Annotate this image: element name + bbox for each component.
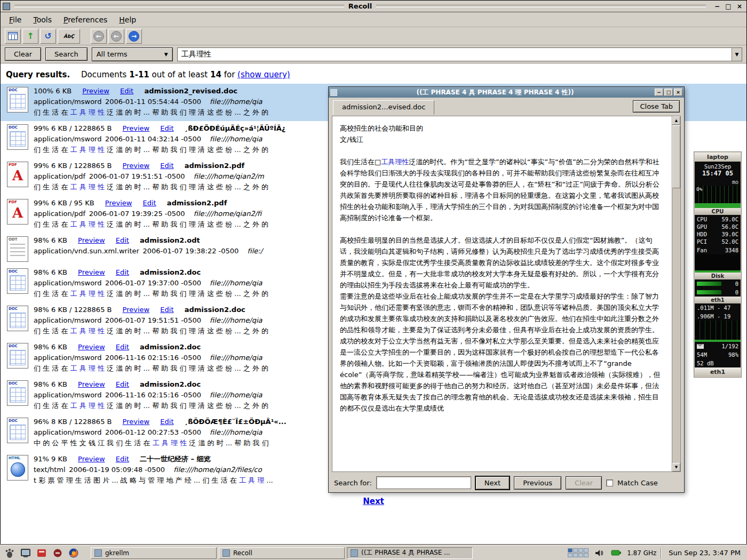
preview-link[interactable]: Preview bbox=[78, 380, 105, 388]
menu-tools[interactable]: Tools bbox=[28, 13, 57, 26]
main-titlebar[interactable]: Recoll − □ × bbox=[1, 1, 746, 12]
next-page-link[interactable]: Next bbox=[363, 497, 384, 506]
speaker-icon[interactable] bbox=[593, 547, 606, 559]
preview-paragraph: 高校招生的社会功能和目的 bbox=[340, 123, 664, 134]
mail-icon bbox=[697, 344, 704, 349]
search-button[interactable]: Search bbox=[45, 47, 88, 61]
sort-button[interactable]: ↑ bbox=[22, 29, 38, 44]
menubar: File Tools Preferences Help bbox=[1, 12, 746, 27]
close-icon[interactable]: × bbox=[735, 2, 744, 11]
nav-forward-button[interactable]: → bbox=[126, 29, 142, 44]
text-segment: 高校招生最明显的目的当然是选拔人才。但这选拔人才的目标却不仅仅是人们假定“因材施… bbox=[340, 236, 659, 289]
gkrellm-sensors: CPU59.0CGPU56.0CHDD39.0CPCI52.0C bbox=[695, 215, 741, 246]
history-button[interactable]: ↺ bbox=[40, 29, 56, 44]
terminal-icon[interactable] bbox=[19, 547, 32, 559]
result-mime-date: application/pdf 2006-01-07 19:51:51 -050… bbox=[34, 172, 185, 180]
nav-back2-button[interactable]: ← bbox=[108, 29, 124, 44]
sensor-value: 39.0C bbox=[721, 230, 738, 238]
preview-link[interactable]: Preview bbox=[123, 306, 150, 314]
gkrellm-cpu-chart: 0% bbox=[695, 186, 741, 208]
gkrellm-footer: eth1 bbox=[695, 367, 741, 377]
edit-link[interactable]: Edit bbox=[116, 380, 129, 388]
scroll-down-icon[interactable]: ▼ bbox=[672, 463, 680, 471]
text-segment: 们 生 活 在 bbox=[34, 402, 70, 410]
preview-paragraph: 成功的校友对于公立大学当然有益无害，但不像对私立大学那么至关重要。但是选入未来社… bbox=[340, 335, 664, 414]
result-filename: ¸ßÐ£ÕÐÉúµÄÉç»á¹¦ÄÜºÍÄ¿ bbox=[185, 124, 286, 132]
find-previous-button[interactable]: Previous bbox=[514, 476, 561, 490]
footprint-menu-icon[interactable] bbox=[3, 547, 16, 559]
edit-link[interactable]: Edit bbox=[160, 124, 173, 132]
preview-link[interactable]: Preview bbox=[78, 236, 105, 244]
preview-link[interactable]: Preview bbox=[82, 87, 109, 95]
text-segment: 泛滥的时代。作为“世之显学”的诸种以“事实”与“价值”的二分为荣的自然科学和社会… bbox=[340, 158, 659, 222]
text-segment: ... bbox=[264, 476, 273, 484]
edit-link[interactable]: Edit bbox=[143, 199, 156, 207]
back-arrow-icon: ← bbox=[93, 31, 104, 42]
query-input[interactable] bbox=[178, 48, 732, 61]
find-clear-button[interactable]: Clear bbox=[566, 476, 602, 490]
scrollbar-thumb[interactable] bbox=[672, 125, 680, 188]
preview-link[interactable]: Preview bbox=[123, 418, 150, 426]
file-type-icon bbox=[7, 268, 28, 294]
edit-link[interactable]: Edit bbox=[160, 418, 173, 426]
query-history-chevron-icon[interactable]: ▼ bbox=[732, 48, 742, 61]
preview-link[interactable]: Preview bbox=[123, 124, 150, 132]
highlighted-term: 工 具 理 性 bbox=[70, 146, 105, 154]
red-app-icon[interactable] bbox=[35, 547, 48, 559]
package-app-icon[interactable] bbox=[51, 547, 64, 559]
maximize-icon[interactable]: □ bbox=[724, 2, 733, 11]
taskbar-window-button[interactable]: ((工 PHRASE 4 具 PHRASE ... bbox=[347, 547, 473, 559]
minimize-icon[interactable]: − bbox=[712, 2, 722, 11]
doc-table-button[interactable] bbox=[5, 29, 21, 44]
preview-link[interactable]: Preview bbox=[78, 268, 105, 276]
taskbar-window-button[interactable]: Recoll bbox=[219, 547, 345, 559]
preview-minimize-icon[interactable]: − bbox=[655, 89, 663, 96]
clear-button[interactable]: Clear bbox=[5, 47, 41, 61]
abc-letters-icon: ÂbÇ bbox=[63, 34, 74, 39]
menu-preferences[interactable]: Preferences bbox=[58, 13, 113, 26]
preview-tab[interactable]: admission2...evised.doc bbox=[333, 100, 434, 115]
preview-tabbar: admission2...evised.doc Close Tab bbox=[329, 98, 684, 115]
preview-link[interactable]: Preview bbox=[123, 162, 150, 170]
preview-link[interactable]: Preview bbox=[78, 455, 105, 463]
preview-scrollbar[interactable]: ▲ ▼ bbox=[672, 116, 680, 471]
scroll-up-icon[interactable]: ▲ bbox=[672, 116, 680, 125]
preview-window-icon bbox=[330, 89, 337, 96]
battery-icon[interactable] bbox=[610, 547, 623, 559]
edit-link[interactable]: Edit bbox=[160, 306, 173, 314]
forward-arrow-icon: → bbox=[129, 31, 139, 42]
preview-close-icon[interactable]: × bbox=[674, 89, 682, 96]
menu-help[interactable]: Help bbox=[114, 13, 141, 26]
menu-file[interactable]: File bbox=[4, 13, 27, 26]
term-explorer-button[interactable]: ÂbÇ bbox=[58, 29, 80, 44]
file-type-icon bbox=[7, 306, 28, 331]
match-case-label: Match Case bbox=[617, 479, 658, 487]
sensor-row: PCI52.0C bbox=[695, 238, 741, 245]
search-mode-select[interactable]: All terms ▼ bbox=[92, 47, 173, 61]
edit-link[interactable]: Edit bbox=[116, 343, 129, 351]
show-query-link[interactable]: (show query) bbox=[237, 70, 290, 79]
workspace-pager[interactable] bbox=[568, 548, 589, 557]
preview-maximize-icon[interactable]: □ bbox=[664, 89, 673, 96]
result-filename: admission2.pdf bbox=[185, 162, 244, 170]
find-next-button[interactable]: Next bbox=[475, 476, 510, 490]
back-arrow-icon: ← bbox=[111, 31, 122, 42]
taskbar-window-button[interactable]: gkrellm bbox=[91, 547, 217, 559]
gkrellm-cpu-label: CPU bbox=[695, 208, 741, 215]
firefox-icon[interactable] bbox=[67, 547, 80, 559]
preview-link[interactable]: Preview bbox=[78, 343, 105, 351]
match-case-checkbox[interactable] bbox=[606, 479, 613, 486]
preview-document-text[interactable]: 高校招生的社会功能和目的文/钱江我们生活在□工具理性泛滥的时代。作为“世之显学”… bbox=[332, 116, 672, 471]
close-tab-button[interactable]: Close Tab bbox=[633, 100, 680, 113]
edit-link[interactable]: Edit bbox=[160, 162, 173, 170]
gkrellm-cpu-percent: 0% bbox=[696, 186, 702, 192]
nav-back-button[interactable]: ← bbox=[91, 29, 107, 44]
edit-link[interactable]: Edit bbox=[116, 455, 129, 463]
edit-link[interactable]: Edit bbox=[116, 268, 129, 276]
preview-link[interactable]: Preview bbox=[105, 199, 132, 207]
edit-link[interactable]: Edit bbox=[120, 87, 133, 95]
find-input[interactable] bbox=[376, 476, 471, 489]
preview-titlebar[interactable]: ((工 PHRASE 4 具 PHRASE 4 理 PHRASE 4 性)) −… bbox=[329, 87, 684, 98]
edit-link[interactable]: Edit bbox=[116, 236, 129, 244]
result-path: file:///home/qia bbox=[210, 98, 262, 106]
